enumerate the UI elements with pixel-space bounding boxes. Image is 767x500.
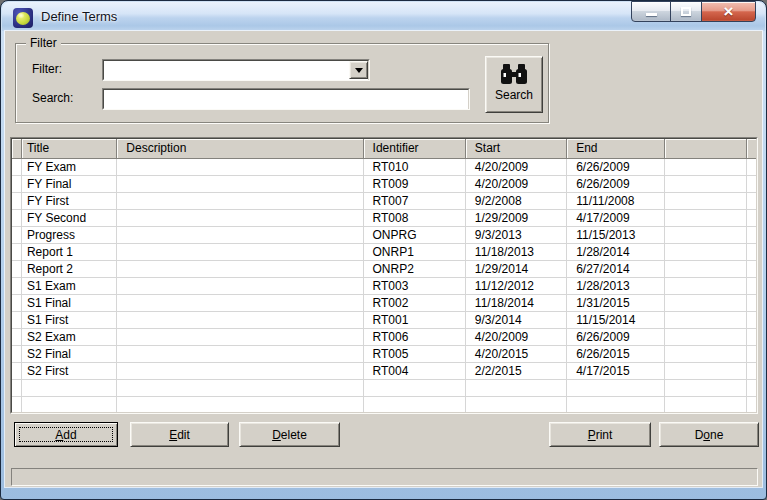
table-row[interactable]: S1 ExamRT00311/12/20121/28/2013 (12, 278, 756, 295)
cell-identifier: RT010 (364, 159, 466, 176)
cell-start: 9/3/2014 (466, 312, 567, 329)
cell-identifier: RT005 (364, 346, 466, 363)
cell-start: 1/29/2009 (466, 210, 567, 227)
cell-identifier: RT009 (364, 176, 466, 193)
cell-identifier: ONRP1 (364, 244, 466, 261)
cell-empty (665, 261, 747, 278)
column-header-title[interactable]: Title (22, 139, 117, 159)
print-button[interactable]: Print (549, 422, 651, 447)
maximize-button[interactable] (670, 1, 702, 22)
table-row[interactable]: S2 ExamRT0064/20/20096/26/2009 (12, 329, 756, 346)
table-row[interactable]: Report 2ONRP21/29/20146/27/2014 (12, 261, 756, 278)
cell-empty (665, 295, 747, 312)
cell-title: Progress (22, 227, 117, 244)
filler-cell (665, 397, 747, 412)
table-row[interactable]: Report 1ONRP111/18/20131/28/2014 (12, 244, 756, 261)
cell-sliver (747, 295, 756, 312)
window-title: Define Terms (41, 9, 117, 24)
cell-description (117, 210, 363, 227)
close-button[interactable]: × (701, 1, 756, 22)
done-button[interactable]: Done (659, 422, 759, 447)
table-row[interactable]: S1 FinalRT00211/18/20141/31/2015 (12, 295, 756, 312)
cell-sliver (747, 210, 756, 227)
cell-sliver (747, 193, 756, 210)
table-row[interactable]: FY FinalRT0094/20/20096/26/2009 (12, 176, 756, 193)
search-input[interactable] (104, 91, 468, 109)
cell-description (117, 261, 363, 278)
cell-description (117, 312, 363, 329)
cell-gutter (12, 227, 22, 244)
cell-description (117, 176, 363, 193)
cell-gutter (12, 244, 22, 261)
cell-identifier: RT007 (364, 193, 466, 210)
filler-cell (12, 397, 22, 412)
cell-gutter (12, 278, 22, 295)
search-button-label: Search (495, 88, 533, 102)
filler-cell (364, 380, 466, 397)
chevron-down-icon (355, 68, 363, 77)
cell-identifier: RT002 (364, 295, 466, 312)
cell-sliver (747, 244, 756, 261)
cell-empty (665, 312, 747, 329)
column-header-end[interactable]: End (567, 139, 664, 159)
cell-title: Report 1 (22, 244, 117, 261)
column-header-start[interactable]: Start (466, 139, 567, 159)
search-button[interactable]: Search (485, 56, 543, 113)
delete-button[interactable]: Delete (239, 422, 340, 447)
column-header-empty (665, 139, 747, 159)
table-header: Title Description Identifier Start End (12, 139, 756, 159)
search-field[interactable] (102, 88, 470, 110)
cell-identifier: RT001 (364, 312, 466, 329)
search-label: Search: (32, 91, 73, 105)
cell-end: 6/27/2014 (567, 261, 664, 278)
cell-empty (665, 227, 747, 244)
cell-title: S2 First (22, 363, 117, 380)
cell-end: 1/28/2014 (567, 244, 664, 261)
cell-gutter (12, 346, 22, 363)
cell-end: 6/26/2009 (567, 159, 664, 176)
cell-title: S1 Final (22, 295, 117, 312)
filter-combobox-input[interactable] (104, 62, 368, 80)
table-row[interactable]: S1 FirstRT0019/3/201411/15/2014 (12, 312, 756, 329)
cell-sliver (747, 363, 756, 380)
window-controls: × (632, 1, 756, 22)
cell-description (117, 227, 363, 244)
cell-end: 1/31/2015 (567, 295, 664, 312)
table-row[interactable]: FY ExamRT0104/20/20096/26/2009 (12, 159, 756, 176)
filter-combobox[interactable] (102, 59, 370, 81)
cell-title: S2 Final (22, 346, 117, 363)
table-row[interactable]: ProgressONPRG9/3/201311/15/2013 (12, 227, 756, 244)
cell-start: 1/29/2014 (466, 261, 567, 278)
table-row[interactable]: S2 FinalRT0054/20/20156/26/2015 (12, 346, 756, 363)
edit-button[interactable]: Edit (130, 422, 229, 447)
minimize-button[interactable] (631, 1, 671, 22)
cell-end: 6/26/2015 (567, 346, 664, 363)
cell-gutter (12, 159, 22, 176)
table-row[interactable]: S2 FirstRT0042/2/20154/17/2015 (12, 363, 756, 380)
filler-cell (117, 397, 363, 412)
binoculars-icon (500, 63, 528, 85)
cell-title: FY Second (22, 210, 117, 227)
column-header-description[interactable]: Description (117, 139, 363, 159)
cell-start: 11/18/2013 (466, 244, 567, 261)
cell-title: S2 Exam (22, 329, 117, 346)
cell-sliver (747, 227, 756, 244)
titlebar[interactable]: Define Terms × (2, 2, 765, 31)
add-button[interactable]: Add (14, 422, 118, 447)
cell-empty (665, 244, 747, 261)
column-header-identifier[interactable]: Identifier (364, 139, 466, 159)
cell-end: 6/26/2009 (567, 176, 664, 193)
filler-cell (567, 397, 664, 412)
table-filler-row (12, 397, 756, 412)
table-row[interactable]: FY FirstRT0079/2/200811/11/2008 (12, 193, 756, 210)
cell-identifier: RT006 (364, 329, 466, 346)
filter-dropdown-button[interactable] (349, 61, 368, 79)
cell-empty (665, 346, 747, 363)
filler-cell (22, 397, 117, 412)
cell-end: 11/15/2014 (567, 312, 664, 329)
cell-title: FY Exam (22, 159, 117, 176)
cell-start: 9/3/2013 (466, 227, 567, 244)
dialog-body: Filter Filter: Search: (5, 31, 762, 487)
table-row[interactable]: FY SecondRT0081/29/20094/17/2009 (12, 210, 756, 227)
cell-start: 2/2/2015 (466, 363, 567, 380)
